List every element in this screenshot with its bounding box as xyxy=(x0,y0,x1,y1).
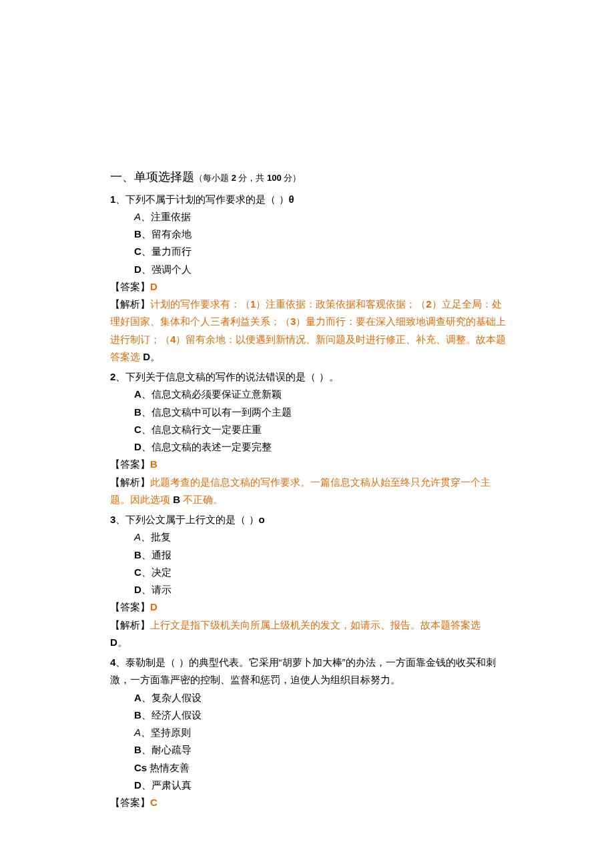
q1-opt-a: A、注重依据 xyxy=(110,208,507,226)
section-title-sub: （每小题 2 分，共 100 分） xyxy=(194,173,301,183)
q4-opt-b2: B、耐心疏导 xyxy=(110,741,507,759)
q3-opt-d: D、请示 xyxy=(110,581,507,598)
q3-opt-c: C、决定 xyxy=(110,564,507,581)
q2-opt-b: B、信息文稿中可以有一到两个主题 xyxy=(110,404,507,421)
q2-answer: 【答案】B xyxy=(110,456,507,473)
q3-opt-a: A、批复 xyxy=(110,528,507,546)
q3-explanation-tail: D。 xyxy=(110,634,507,651)
q4-stem: 4、泰勒制是（ ）的典型代表。它采用“胡萝卜加大棒”的办法，一方面靠金钱的收买和… xyxy=(110,654,507,689)
q4-opt-d: D、严肃认真 xyxy=(110,777,507,794)
q2-stem: 2、下列关于信息文稿的写作的说法错误的是（ ）。 xyxy=(110,368,507,386)
q2-opt-c: C、信息文稿行文一定要庄重 xyxy=(110,421,507,438)
q1-opt-c: C、量力而行 xyxy=(110,243,507,260)
q2-opt-d: D、信息文稿的表述一定要完整 xyxy=(110,438,507,456)
q3-explanation: 【解析】上行文是指下级机关向所属上级机关的发文，如请示、报告。故本题答案选 xyxy=(110,616,507,634)
q1-answer: 【答案】D xyxy=(110,278,507,296)
q3-answer: 【答案】D xyxy=(110,598,507,616)
q1-stem: 1、下列不属于计划的写作要求的是（ ）θ xyxy=(110,191,507,208)
q4-opt-a2: A、坚持原则 xyxy=(110,724,507,741)
q2-explanation: 【解析】此题考查的是信息文稿的写作要求。一篇信息文稿从始至终只允许贯穿一个主题。… xyxy=(110,474,507,509)
q3-opt-b: B、通报 xyxy=(110,546,507,564)
section-title-main: 一、单项选择题 xyxy=(110,170,194,183)
q4-opt-cs: Cs 热情友善 xyxy=(110,759,507,777)
q4-answer: 【答案】C xyxy=(110,794,507,811)
q2-opt-a: A、信息文稿必须要保证立意新颖 xyxy=(110,386,507,403)
document-page: 一、单项选择题（每小题 2 分，共 100 分） 1、下列不属于计划的写作要求的… xyxy=(0,0,614,868)
q1-opt-b: B、留有余地 xyxy=(110,226,507,243)
q4-opt-b: B、经济人假设 xyxy=(110,707,507,724)
q4-opt-a: A、复杂人假设 xyxy=(110,689,507,707)
q1-opt-d: D、强调个人 xyxy=(110,261,507,278)
q3-stem: 3、下列公文属于上行文的是（ ）o xyxy=(110,511,507,528)
section-title: 一、单项选择题（每小题 2 分，共 100 分） xyxy=(110,167,507,188)
q1-explanation: 【解析】计划的写作要求有：（1）注重依据：政策依据和客观依据；（2）立足全局：处… xyxy=(110,296,507,366)
